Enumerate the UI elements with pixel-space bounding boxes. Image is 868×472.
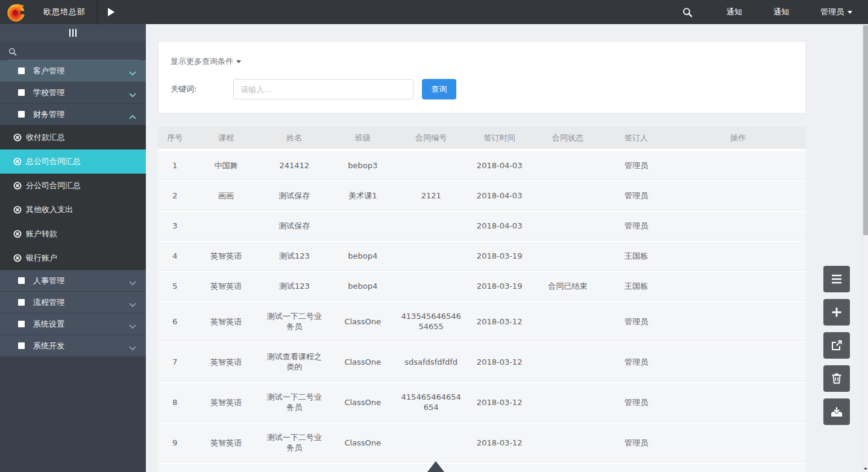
notifications-button-1[interactable]: 通知 bbox=[711, 0, 758, 24]
table-cell bbox=[397, 271, 465, 301]
sidebar-item[interactable]: 财务管理 bbox=[0, 104, 146, 125]
table-cell: 王国栋 bbox=[602, 271, 670, 301]
table-cell: 8 bbox=[158, 382, 192, 422]
plus-button[interactable] bbox=[823, 299, 850, 326]
window-scrollbar[interactable] bbox=[862, 24, 868, 472]
table-row[interactable]: 9英智英语测试一下二号业务员ClassOne2018-03-12管理员 bbox=[158, 422, 806, 462]
scrollbar-thumb[interactable] bbox=[863, 25, 868, 235]
table-cell: 管理员 bbox=[602, 301, 670, 341]
table-cell: ClassOne bbox=[329, 382, 397, 422]
table-row[interactable]: 2画画测试保存美术课121212018-04-03管理员 bbox=[158, 180, 806, 210]
table-cell: 管理员 bbox=[602, 341, 670, 382]
table-cell: 4 bbox=[158, 241, 192, 271]
table-cell bbox=[533, 210, 602, 241]
sidebar-item[interactable]: 账户转款 bbox=[0, 222, 146, 246]
table-cell bbox=[533, 382, 602, 422]
user-menu-label: 管理员 bbox=[820, 7, 844, 17]
query-button[interactable]: 查询 bbox=[422, 79, 456, 99]
scroll-to-top-button[interactable] bbox=[427, 461, 444, 472]
table-cell: 管理员 bbox=[602, 462, 670, 472]
topbar: 欧思培总部 通知 通知 管理员 bbox=[0, 0, 868, 24]
search-icon bbox=[682, 7, 693, 17]
table-cell: 管理员 bbox=[602, 210, 670, 241]
table-cell bbox=[533, 301, 602, 341]
floating-action-buttons bbox=[823, 266, 850, 425]
table-cell bbox=[329, 210, 397, 241]
sidebar-item[interactable]: 学校管理 bbox=[0, 82, 146, 104]
sidebar-item[interactable]: 系统开发 bbox=[0, 335, 146, 357]
table-cell: 5 bbox=[158, 271, 192, 301]
table-row[interactable]: 4英智英语测试123bebop42018-03-19王国栋 bbox=[158, 241, 806, 271]
menu-button[interactable] bbox=[823, 266, 850, 292]
table-cell: 测试123 bbox=[260, 271, 329, 301]
square-icon bbox=[18, 111, 25, 118]
square-icon bbox=[18, 277, 25, 284]
sidebar-item[interactable]: 总公司合同汇总 bbox=[0, 149, 146, 174]
table-cell: bebop4 bbox=[329, 241, 397, 271]
export-icon bbox=[831, 339, 843, 351]
table-cell bbox=[397, 210, 465, 241]
table-cell: ClassOne bbox=[329, 462, 397, 472]
table-row[interactable]: 7英智英语测试查看课程之类的ClassOnesdsafdsfdfdfd2018-… bbox=[158, 341, 806, 382]
app-logo-icon[interactable] bbox=[6, 2, 27, 22]
sidebar-item[interactable]: 分公司合同汇总 bbox=[0, 174, 146, 198]
sidebar-item[interactable]: 流程管理 bbox=[0, 292, 146, 313]
search-icon bbox=[8, 48, 17, 56]
sidebar-item[interactable]: 收付款汇总 bbox=[0, 125, 146, 149]
table-cell: 2018-04-03 bbox=[465, 210, 533, 241]
table-cell: 英智英语 bbox=[192, 271, 260, 301]
sidebar-search[interactable] bbox=[0, 41, 146, 60]
table-cell: bebop4 bbox=[329, 271, 397, 301]
column-header: 序号 bbox=[158, 127, 192, 150]
sidebar-item[interactable]: 人事管理 bbox=[0, 270, 146, 292]
table-cell: 管理员 bbox=[602, 382, 670, 422]
table-cell: 2018-03-12 bbox=[465, 341, 533, 382]
table-cell bbox=[670, 422, 806, 462]
scrollbar-down-arrow[interactable] bbox=[863, 468, 868, 470]
sidebar-item[interactable]: 其他收入支出 bbox=[0, 198, 146, 222]
table-cell: 1 bbox=[158, 150, 192, 180]
sidebar-collapse-button[interactable] bbox=[0, 24, 146, 41]
user-menu-button[interactable]: 管理员 bbox=[805, 0, 868, 24]
table-cell: 英智英语 bbox=[192, 301, 260, 341]
table-cell: ClassOne bbox=[329, 422, 397, 462]
notifications-button-2[interactable]: 通知 bbox=[758, 0, 805, 24]
trash-button[interactable] bbox=[823, 365, 850, 392]
square-icon bbox=[18, 342, 25, 349]
table-row[interactable]: 10英智英语测试查看课程之类的ClassOne1234567892018-03-… bbox=[158, 462, 806, 472]
table-row[interactable]: 6英智英语测试一下二号业务员ClassOne413545646546546552… bbox=[158, 301, 806, 341]
table-row[interactable]: 8英智英语测试一下二号业务员ClassOne415465464654654201… bbox=[158, 382, 806, 422]
sidebar-item[interactable]: 客户管理 bbox=[0, 60, 146, 82]
table-cell: 测试123 bbox=[260, 241, 329, 271]
table-cell bbox=[397, 422, 465, 462]
show-more-conditions-link[interactable]: 显示更多查询条件 bbox=[171, 56, 241, 67]
table-cell: 管理员 bbox=[602, 150, 670, 180]
table-cell: 测试查看课程之类的 bbox=[260, 341, 329, 382]
topbar-search-button[interactable] bbox=[664, 0, 711, 24]
table-row[interactable]: 3测试保存2018-04-03管理员 bbox=[158, 210, 806, 241]
table-cell: ClassOne bbox=[329, 301, 397, 341]
sidebar-expand-button[interactable] bbox=[98, 0, 124, 24]
table-cell: 测试一下二号业务员 bbox=[260, 382, 329, 422]
table-cell bbox=[670, 180, 806, 210]
table-cell: 415465464654654 bbox=[397, 382, 465, 422]
table-cell: sdsafdsfdfdfd bbox=[397, 341, 465, 382]
table-row[interactable]: 5英智英语测试123bebop42018-03-19合同已结束王国栋 bbox=[158, 271, 806, 301]
keyword-input[interactable] bbox=[233, 79, 414, 99]
table-cell: 画画 bbox=[192, 180, 260, 210]
table-cell: 2018-03-12 bbox=[465, 382, 533, 422]
table-row[interactable]: 1中国舞241412bebop32018-04-03管理员 bbox=[158, 150, 806, 180]
sidebar-item[interactable]: 系统设置 bbox=[0, 313, 146, 335]
column-header: 姓名 bbox=[260, 127, 329, 150]
table-cell: 英智英语 bbox=[192, 241, 260, 271]
sidebar-item[interactable]: 银行账户 bbox=[0, 246, 146, 270]
table-cell: 中国舞 bbox=[192, 150, 260, 180]
table-cell: 9 bbox=[158, 422, 192, 462]
sidebar-item-label: 收付款汇总 bbox=[26, 132, 140, 143]
table-cell: 英智英语 bbox=[192, 462, 260, 472]
filter-panel: 显示更多查询条件 关键词: 查询 bbox=[158, 41, 806, 113]
export-button[interactable] bbox=[823, 332, 850, 359]
download-button[interactable] bbox=[823, 398, 850, 425]
circle-x-icon bbox=[13, 157, 22, 166]
table-cell bbox=[533, 241, 602, 271]
